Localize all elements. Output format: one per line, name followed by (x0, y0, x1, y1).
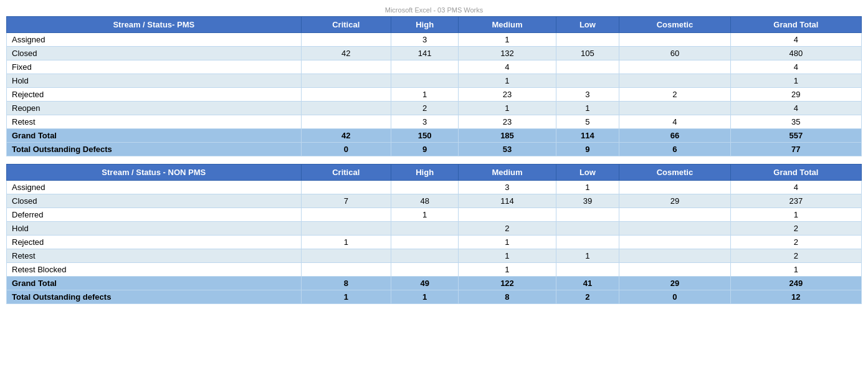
row-medium: 1 (459, 74, 556, 88)
outstanding-cell: 8 (459, 290, 556, 304)
row-high: 1 (391, 88, 458, 102)
row-label: Assigned (7, 181, 302, 194)
row-critical (301, 88, 391, 102)
non-pms-header-high: High (391, 165, 458, 181)
row-label: Retest (7, 115, 302, 129)
row-critical (301, 115, 391, 129)
row-cosmetic (619, 222, 730, 236)
row-high: 3 (391, 33, 458, 47)
row-cosmetic (619, 181, 730, 194)
row-high (391, 263, 458, 277)
row-critical (301, 222, 391, 236)
row-medium: 114 (459, 194, 556, 208)
non-pms-header-critical: Critical (301, 165, 391, 181)
row-label: Hold (7, 222, 302, 236)
row-cosmetic (619, 249, 730, 263)
row-grand-total: 1 (730, 208, 861, 222)
row-cosmetic: 2 (619, 88, 730, 102)
table-row: Rejected1233229 (7, 88, 862, 102)
row-medium: 2 (459, 222, 556, 236)
row-high (391, 236, 458, 249)
row-critical (301, 249, 391, 263)
table-row: Retest Blocked11 (7, 263, 862, 277)
pms-header-high: High (391, 17, 458, 33)
outstanding-cell: 6 (619, 143, 730, 156)
outstanding-cell: 9 (556, 143, 619, 156)
outstanding-cell: 9 (391, 143, 458, 156)
row-medium: 4 (459, 60, 556, 74)
row-medium: 3 (459, 181, 556, 194)
outstanding-cell: 2 (556, 290, 619, 304)
row-high (391, 60, 458, 74)
pms-header-low: Low (556, 17, 619, 33)
row-low (556, 236, 619, 249)
outstanding-cell: Total Outstanding defects (7, 290, 302, 304)
row-cosmetic (619, 74, 730, 88)
table-row: Hold22 (7, 222, 862, 236)
pms-header-stream: Stream / Status- PMS (7, 17, 302, 33)
grand-total-cell: 42 (301, 129, 391, 143)
row-medium: 23 (459, 88, 556, 102)
row-critical (301, 74, 391, 88)
row-critical (301, 263, 391, 277)
row-label: Retest (7, 249, 302, 263)
row-high (391, 181, 458, 194)
table-row: Retest3235435 (7, 115, 862, 129)
row-label: Reopen (7, 102, 302, 115)
row-high (391, 249, 458, 263)
row-grand-total: 4 (730, 33, 861, 47)
grand-total-cell: 49 (391, 277, 458, 290)
row-low (556, 263, 619, 277)
watermark-text: Microsoft Excel - 03 PMS Works (6, 6, 862, 14)
row-cosmetic (619, 208, 730, 222)
row-low: 39 (556, 194, 619, 208)
row-grand-total: 29 (730, 88, 861, 102)
outstanding-row: Total Outstanding Defects09539677 (7, 143, 862, 156)
row-label: Closed (7, 47, 302, 60)
row-medium (459, 208, 556, 222)
row-cosmetic: 29 (619, 194, 730, 208)
row-medium: 1 (459, 263, 556, 277)
outstanding-cell: 77 (730, 143, 861, 156)
grand-total-cell: 249 (730, 277, 861, 290)
row-cosmetic (619, 102, 730, 115)
outstanding-cell: 1 (391, 290, 458, 304)
table-row: Assigned314 (7, 33, 862, 47)
row-critical: 7 (301, 194, 391, 208)
row-medium: 1 (459, 102, 556, 115)
row-cosmetic: 60 (619, 47, 730, 60)
row-grand-total: 2 (730, 236, 861, 249)
table-row: Closed7481143929237 (7, 194, 862, 208)
row-grand-total: 2 (730, 249, 861, 263)
row-low (556, 33, 619, 47)
grand-total-cell: 66 (619, 129, 730, 143)
row-grand-total: 480 (730, 47, 861, 60)
outstanding-cell: 53 (459, 143, 556, 156)
row-low (556, 74, 619, 88)
row-medium: 23 (459, 115, 556, 129)
row-cosmetic (619, 60, 730, 74)
pms-header-cosmetic: Cosmetic (619, 17, 730, 33)
outstanding-cell: Total Outstanding Defects (7, 143, 302, 156)
table-row: Fixed44 (7, 60, 862, 74)
table-row: Closed4214113210560480 (7, 47, 862, 60)
non-pms-header-medium: Medium (459, 165, 556, 181)
grand-total-cell: 41 (556, 277, 619, 290)
row-critical (301, 102, 391, 115)
row-high: 1 (391, 208, 458, 222)
table-row: Hold11 (7, 74, 862, 88)
non-pms-table: Stream / Status - NON PMS Critical High … (6, 164, 862, 304)
row-low (556, 222, 619, 236)
non-pms-header-cosmetic: Cosmetic (619, 165, 730, 181)
table-row: Rejected112 (7, 236, 862, 249)
table-row: Retest112 (7, 249, 862, 263)
row-high: 2 (391, 102, 458, 115)
grand-total-cell: 29 (619, 277, 730, 290)
row-cosmetic: 4 (619, 115, 730, 129)
row-grand-total: 1 (730, 74, 861, 88)
row-label: Hold (7, 74, 302, 88)
table-row: Deferred11 (7, 208, 862, 222)
row-low: 5 (556, 115, 619, 129)
table-row: Reopen2114 (7, 102, 862, 115)
row-low (556, 208, 619, 222)
